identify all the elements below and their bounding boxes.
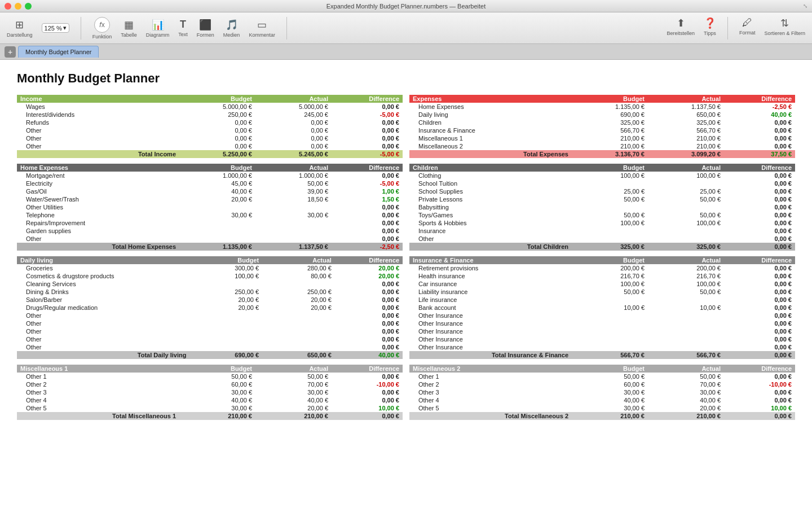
tabelle-icon[interactable]: ▦ — [124, 19, 134, 31]
toolbar-tipps[interactable]: ❓ Tipps — [704, 17, 716, 40]
diagramm-icon[interactable]: 📊 — [152, 19, 164, 31]
home-col-diff: Difference — [332, 164, 403, 172]
misc1-total-label: Total Miscellaneous 1 — [17, 412, 179, 420]
income-col-diff: Difference — [332, 95, 403, 103]
row-actual: 0,00 € — [255, 119, 332, 126]
table-row: Miscellaneous 1 210,00 € 210,00 € 0,00 € — [409, 134, 795, 142]
income-col-budget: Budget — [179, 95, 255, 103]
children-table: Children Budget Actual Difference Clothi… — [409, 164, 795, 251]
funktion-icon[interactable]: fx — [94, 17, 110, 33]
table-row: Clothing100,00 €100,00 €0,00 € — [409, 172, 795, 179]
misc2-total-label: Total Miscellaneous 2 — [409, 412, 572, 420]
maximize-button[interactable] — [25, 3, 32, 10]
format-icon[interactable]: 🖊 — [742, 17, 752, 29]
table-row: Other 0,00 € 0,00 € 0,00 € — [17, 142, 403, 150]
zoom-arrow: ▾ — [63, 24, 67, 32]
darstellung-icon[interactable]: ⊞ — [15, 19, 24, 31]
toolbar-bereitstellen[interactable]: ⬆ Bereitstellen — [667, 17, 695, 40]
expenses-table: Expenses Budget Actual Difference Home E… — [409, 95, 795, 158]
table-row: Liability insurance50,00 €50,00 €0,00 € — [409, 288, 795, 296]
row-label: Daily living — [409, 111, 572, 119]
table-row: Other0,00 € — [17, 335, 403, 343]
toolbar-funktion[interactable]: fx Funktion — [92, 17, 112, 40]
row-actual: 210,00 € — [648, 134, 724, 142]
bereitstellen-icon[interactable]: ⬆ — [677, 17, 685, 29]
row-diff: 0,00 € — [332, 126, 403, 134]
income-total-actual: 5.245,00 € — [255, 150, 332, 158]
row-budget: 325,00 € — [572, 119, 648, 126]
section-misc: Miscellaneous 1 Budget Actual Difference… — [17, 365, 795, 420]
close-button[interactable] — [5, 3, 11, 10]
toolbar-separator-2 — [286, 17, 287, 40]
row-diff: 0,00 € — [332, 134, 403, 142]
toolbar-kommentar[interactable]: ▭ Kommentar — [249, 19, 275, 38]
children-total-diff: 0,00 € — [724, 243, 795, 251]
toolbar-text[interactable]: T Text — [178, 19, 188, 37]
table-row: Mortgage/rent1.000,00 €1.000,00 €0,00 € — [17, 172, 403, 179]
add-tab-button[interactable]: + — [5, 46, 16, 58]
home-total-diff: -2,50 € — [332, 243, 403, 251]
daily-total-diff: 40,00 € — [335, 351, 403, 359]
misc2-total-diff: 0,00 € — [724, 412, 795, 420]
table-row: Sports & Hobbies100,00 €100,00 €0,00 € — [409, 219, 795, 227]
table-row: Water/Sewer/Trash20,00 €18,50 €1,50 € — [17, 195, 403, 203]
income-total-row: Total Income 5.250,00 € 5.245,00 € -5,00… — [17, 150, 403, 158]
section-income-expenses: Income Budget Actual Difference Wages 5.… — [17, 95, 795, 158]
misc1-table: Miscellaneous 1 Budget Actual Difference… — [17, 365, 403, 420]
row-actual: 1.137,50 € — [648, 103, 724, 111]
table-row: Other 260,00 €70,00 €-10,00 € — [409, 380, 795, 388]
home-col-budget: Budget — [179, 164, 255, 172]
home-total-budget: 1.135,00 € — [179, 243, 255, 251]
row-diff: 0,00 € — [724, 119, 795, 126]
income-table: Income Budget Actual Difference Wages 5.… — [17, 95, 403, 158]
darstellung-label: Darstellung — [7, 32, 33, 38]
diagramm-label: Diagramm — [146, 32, 170, 38]
misc2-total-row: Total Miscellaneous 2 210,00 € 210,00 € … — [409, 412, 795, 420]
text-icon[interactable]: T — [180, 19, 186, 30]
resize-icon[interactable]: ⤡ — [803, 3, 807, 9]
row-label: Other — [17, 126, 179, 134]
toolbar-formen[interactable]: ⬛ Formen — [197, 19, 214, 38]
row-diff: -2,50 € — [724, 103, 795, 111]
tabbar: + Monthly Budget Planner — [0, 44, 812, 60]
table-row: Bank account10,00 €10,00 €0,00 € — [409, 304, 795, 312]
tipps-icon[interactable]: ❓ — [704, 17, 716, 29]
insurance-total-row: Total Insurance & Finance 566,70 € 566,7… — [409, 351, 795, 359]
toolbar-format[interactable]: 🖊 Format — [739, 17, 756, 40]
daily-col-budget: Budget — [189, 256, 262, 264]
kommentar-icon[interactable]: ▭ — [257, 19, 267, 31]
daily-col-actual: Actual — [262, 256, 335, 264]
formen-icon[interactable]: ⬛ — [199, 19, 211, 31]
table-row: Dining & Drinks250,00 €250,00 €0,00 € — [17, 288, 403, 296]
table-row: Babysitting0,00 € — [409, 203, 795, 211]
toolbar-sortieren[interactable]: ⇅ Sortieren & Filtern — [764, 17, 805, 40]
toolbar-tabelle[interactable]: ▦ Tabelle — [121, 19, 137, 38]
home-header-label: Home Expenses — [17, 164, 179, 172]
table-row: Other 530,00 €20,00 €10,00 € — [17, 404, 403, 412]
row-label: Other — [17, 134, 179, 142]
table-row: Other Utilities0,00 € — [17, 203, 403, 211]
row-diff: 0,00 € — [724, 142, 795, 150]
toolbar-diagramm[interactable]: 📊 Diagramm — [146, 19, 170, 38]
toolbar-medien[interactable]: 🎵 Medien — [223, 19, 240, 38]
misc1-total-budget: 210,00 € — [179, 412, 255, 420]
row-diff: 0,00 € — [724, 134, 795, 142]
titlebar: Expanded Monthly Budget Planner.numbers … — [0, 0, 812, 12]
sortieren-icon[interactable]: ⇅ — [780, 17, 789, 29]
home-col-actual: Actual — [255, 164, 332, 172]
window-controls[interactable] — [5, 3, 32, 10]
main-content: Monthly Budget Planner Income Budget Act… — [0, 60, 812, 508]
table-row: Refunds 0,00 € 0,00 € 0,00 € — [17, 119, 403, 126]
table-row: Other Insurance0,00 € — [409, 343, 795, 351]
minimize-button[interactable] — [15, 3, 21, 10]
row-budget: 250,00 € — [179, 111, 255, 119]
toolbar-darstellung[interactable]: ⊞ Darstellung — [7, 19, 33, 38]
tab-monthly-budget-planner[interactable]: Monthly Budget Planner — [18, 46, 99, 58]
medien-icon[interactable]: 🎵 — [226, 19, 238, 31]
row-diff: 0,00 € — [332, 119, 403, 126]
table-row: Other0,00 € — [17, 312, 403, 319]
zoom-control[interactable]: 125 % ▾ — [42, 23, 69, 33]
misc1-total-actual: 210,00 € — [255, 412, 332, 420]
table-row: Other0,00 € — [17, 319, 403, 327]
table-row: Miscellaneous 2 210,00 € 210,00 € 0,00 € — [409, 142, 795, 150]
